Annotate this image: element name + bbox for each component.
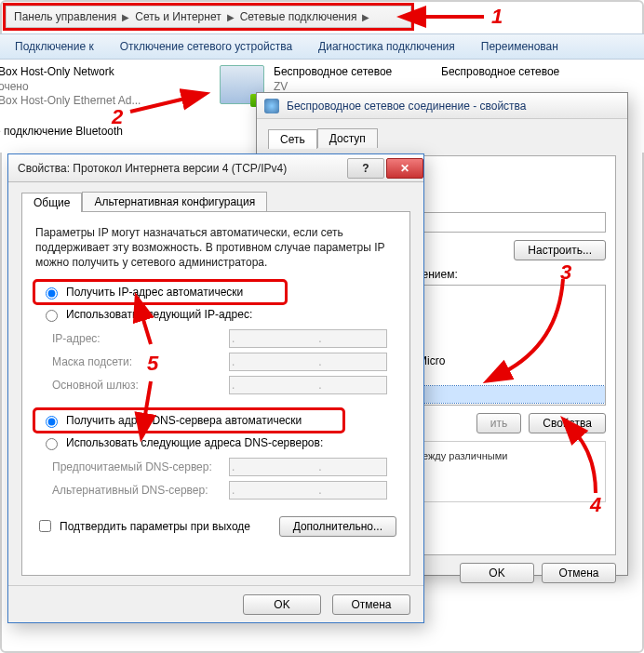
crumb-network-internet[interactable]: Сеть и Интернет <box>131 10 224 23</box>
radio-label: Получить IP-адрес автоматически <box>66 286 243 299</box>
gateway-label: Основной шлюз: <box>52 379 220 392</box>
chevron-right-icon: ▶ <box>122 12 129 22</box>
radio-label: Использовать следующие адреса DNS-сервер… <box>66 436 323 449</box>
ip-address-label: IP-адрес: <box>52 332 220 345</box>
ok-button[interactable]: OK <box>243 594 321 615</box>
radio-manual-dns-row[interactable]: Использовать следующие адреса DNS-сервер… <box>35 433 396 453</box>
help-button[interactable]: ? <box>347 158 384 179</box>
item-device: Box Host-Only Ethernet Ad... <box>0 94 141 109</box>
radio-manual-dns[interactable] <box>46 438 58 450</box>
cancel-button[interactable]: Отмена <box>332 594 410 615</box>
radio-auto-ip[interactable] <box>46 287 58 300</box>
tb-diagnose[interactable]: Диагностика подключения <box>318 40 455 53</box>
radio-label: Получить адрес DNS-сервера автоматически <box>66 414 302 427</box>
tabs: Общие Альтернативная конфигурация <box>21 192 410 211</box>
dns1-label: Предпочитаемый DNS-сервер: <box>52 460 220 473</box>
command-bar: Подключение к Отключение сетевого устрой… <box>0 33 644 60</box>
item-title: Беспроводное сетевое <box>274 65 392 80</box>
gateway-input <box>229 376 387 394</box>
radio-auto-dns-row[interactable]: Получить адрес DNS-сервера автоматически <box>35 410 342 431</box>
crumb-control-panel[interactable]: Панель управления <box>10 10 120 23</box>
install-button[interactable]: ить <box>476 413 521 433</box>
validate-checkbox[interactable] <box>39 520 51 532</box>
dns1-input <box>229 458 387 476</box>
close-button[interactable]: ✕ <box>386 158 423 179</box>
radio-manual-ip[interactable] <box>46 310 58 322</box>
dns2-label: Альтернативный DNS-сервер: <box>52 484 220 497</box>
item-title: Box Host-Only Network <box>0 65 141 80</box>
item-title: Беспроводное сетевое <box>441 65 559 80</box>
breadcrumb[interactable]: Панель управления ▶ Сеть и Интернет ▶ Се… <box>6 6 411 28</box>
radio-auto-ip-row[interactable]: Получить IP-адрес автоматически <box>35 282 285 302</box>
tab-network[interactable]: Сеть <box>268 129 317 149</box>
ipv4-properties-dialog: Свойства: Протокол Интернета версии 4 (T… <box>7 153 424 623</box>
tb-rename[interactable]: Переименован <box>481 40 558 53</box>
tabs: Сеть Доступ <box>268 128 616 148</box>
advanced-button[interactable]: Дополнительно... <box>279 516 396 537</box>
cancel-button[interactable]: Отмена <box>542 563 616 583</box>
ip-description: Параметры IP могут назначаться автоматич… <box>35 225 396 271</box>
tab-general[interactable]: Общие <box>21 193 82 212</box>
tab-access[interactable]: Доступ <box>317 128 378 148</box>
subnet-input <box>229 353 387 371</box>
validate-label: Подтвердить параметры при выходе <box>60 520 250 533</box>
network-icon <box>264 99 279 113</box>
radio-auto-dns[interactable] <box>46 416 58 428</box>
ok-button[interactable]: OK <box>460 563 534 583</box>
dialog-titlebar: Свойства: Протокол Интернета версии 4 (T… <box>8 154 423 182</box>
chevron-right-icon: ▶ <box>227 12 235 22</box>
tab-alt-config[interactable]: Альтернативная конфигурация <box>82 192 267 211</box>
tb-disable-device[interactable]: Отключение сетевого устройства <box>120 40 292 53</box>
ip-address-input <box>229 329 387 348</box>
dns2-input <box>229 481 387 500</box>
item-title[interactable]: е подключение Bluetooth <box>0 125 123 138</box>
dialog-title: Беспроводное сетевое соединение - свойст… <box>287 100 527 113</box>
crumb-network-connections[interactable]: Сетевые подключения <box>236 10 361 23</box>
properties-button[interactable]: Свойства <box>529 413 606 433</box>
chevron-right-icon: ▶ <box>362 12 369 22</box>
subnet-label: Маска подсети: <box>52 355 220 368</box>
configure-button[interactable]: Настроить... <box>514 240 606 260</box>
radio-label: Использовать следующий IP-адрес: <box>66 308 252 321</box>
radio-manual-ip-row[interactable]: Использовать следующий IP-адрес: <box>35 304 396 325</box>
tb-connect-to[interactable]: Подключение к <box>15 40 94 53</box>
dialog-title: Свойства: Протокол Интернета версии 4 (T… <box>18 162 287 175</box>
dialog-titlebar: Беспроводное сетевое соединение - свойст… <box>257 93 627 119</box>
item-status: очено <box>0 80 141 95</box>
